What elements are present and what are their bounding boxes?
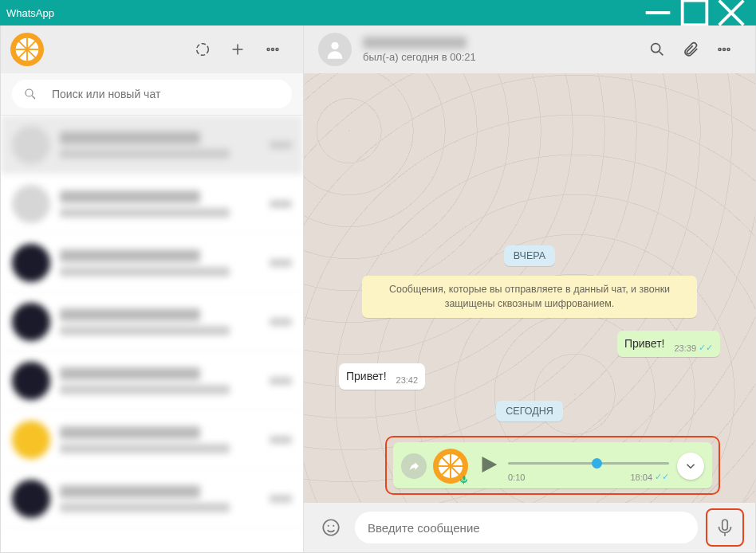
voice-message[interactable]: 0:10 18:04✓✓ — [393, 442, 712, 488]
close-button[interactable] — [713, 0, 750, 25]
emoji-icon[interactable] — [315, 512, 347, 543]
svg-point-10 — [197, 44, 209, 56]
self-avatar[interactable] — [10, 33, 44, 66]
date-separator: СЕГОДНЯ — [496, 401, 562, 422]
svg-point-21 — [719, 49, 721, 51]
menu-icon[interactable] — [255, 32, 290, 67]
left-header — [1, 25, 303, 73]
window-controls — [640, 0, 750, 25]
app-title: WhatsApp — [6, 7, 640, 19]
left-panel — [1, 25, 304, 552]
svg-rect-1 — [683, 1, 707, 25]
svg-point-15 — [276, 49, 278, 51]
svg-point-18 — [331, 42, 338, 49]
voice-track[interactable]: 0:10 18:04✓✓ — [508, 455, 669, 477]
forward-icon[interactable] — [401, 453, 427, 479]
search-input[interactable] — [52, 88, 281, 100]
maximize-button[interactable] — [676, 0, 713, 25]
message-incoming[interactable]: Привет! 23:42 — [339, 363, 425, 390]
chat-list-item[interactable] — [1, 116, 303, 175]
svg-line-20 — [660, 52, 663, 56]
search-box[interactable] — [12, 80, 292, 108]
search-chat-icon[interactable] — [640, 33, 674, 66]
attach-icon[interactable] — [674, 33, 707, 66]
date-separator: ВЧЕРА — [504, 245, 555, 266]
titlebar: WhatsApp — [0, 0, 756, 25]
chat-list-item[interactable] — [1, 175, 303, 233]
voice-sender-avatar — [433, 449, 468, 484]
svg-point-30 — [323, 520, 339, 535]
chat-list-item[interactable] — [1, 410, 303, 469]
voice-scrubber[interactable] — [592, 458, 602, 469]
message-text: Привет! — [346, 370, 387, 382]
chat-header: был(-а) сегодня в 00:21 — [304, 25, 755, 73]
app-body: был(-а) сегодня в 00:21 ВЧЕРА Сообщения,… — [0, 25, 756, 553]
chat-list[interactable] — [1, 116, 303, 552]
contact-name — [363, 37, 467, 49]
search-icon — [23, 87, 37, 101]
chat-list-item[interactable] — [1, 233, 303, 292]
chat-list-item[interactable] — [1, 351, 303, 410]
messages-area[interactable]: ВЧЕРА Сообщения, которые вы отправляете … — [304, 73, 755, 503]
voice-menu-button[interactable] — [677, 453, 704, 480]
read-tick-icon: ✓✓ — [699, 343, 713, 353]
contact-status: был(-а) сегодня в 00:21 — [363, 51, 640, 63]
mic-button-highlight — [706, 508, 744, 547]
message-meta: 23:39✓✓ — [674, 343, 713, 353]
contact-info[interactable]: был(-а) сегодня в 00:21 — [363, 37, 640, 63]
chat-list-item[interactable] — [1, 469, 303, 528]
svg-rect-33 — [723, 520, 728, 530]
composer — [304, 503, 755, 552]
chat-list-item[interactable] — [1, 292, 303, 351]
read-tick-icon: ✓✓ — [655, 472, 669, 482]
message-input[interactable] — [355, 512, 698, 543]
svg-line-17 — [32, 96, 35, 99]
minimize-button[interactable] — [640, 0, 676, 25]
play-button[interactable] — [476, 453, 500, 480]
status-icon[interactable] — [185, 32, 220, 67]
chat-menu-icon[interactable] — [707, 33, 741, 66]
svg-point-32 — [333, 525, 334, 527]
voice-message-highlight: 0:10 18:04✓✓ — [385, 436, 720, 495]
mic-button[interactable] — [709, 512, 741, 543]
svg-point-31 — [328, 525, 329, 527]
new-chat-icon[interactable] — [220, 32, 255, 67]
message-meta: 23:42 — [396, 375, 419, 385]
chat-panel: был(-а) сегодня в 00:21 ВЧЕРА Сообщения,… — [304, 25, 755, 552]
voice-timestamp: 18:04✓✓ — [630, 472, 669, 482]
svg-point-23 — [727, 49, 730, 51]
svg-point-16 — [26, 89, 33, 96]
mic-badge-icon — [459, 474, 470, 485]
svg-point-22 — [723, 49, 726, 51]
voice-duration: 0:10 — [508, 473, 525, 482]
svg-point-13 — [267, 49, 270, 51]
search-row — [1, 73, 303, 116]
encryption-notice: Сообщения, которые вы отправляете в данн… — [362, 276, 697, 319]
contact-avatar[interactable] — [318, 33, 352, 66]
message-text: Привет! — [624, 337, 665, 350]
message-outgoing[interactable]: Привет! 23:39✓✓ — [617, 331, 720, 357]
svg-point-19 — [652, 44, 660, 53]
svg-point-14 — [272, 49, 274, 51]
